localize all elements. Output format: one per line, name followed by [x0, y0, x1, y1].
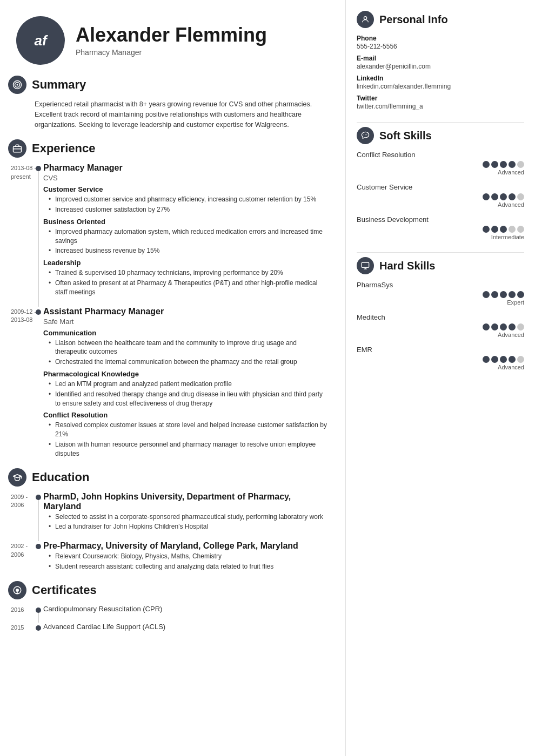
cert-item-1: 2016 Cardiopulmonary Resuscitation (CPR): [43, 605, 329, 613]
cert-item-2: 2015 Advanced Cardiac Life Support (ACLS…: [43, 623, 329, 631]
cert-name-2: Advanced Cardiac Life Support (ACLS): [43, 623, 329, 631]
monitor-icon: [361, 261, 370, 270]
bullet: Selected to assist in a corporate-sponso…: [49, 512, 329, 522]
skill-level-conflict: Advanced: [357, 169, 524, 176]
dot: [517, 193, 524, 200]
skill-dots-conflict: [357, 161, 524, 168]
exp-bullets-2-1: Liaison between the healthcare team and …: [43, 339, 329, 367]
education-icon: [8, 468, 26, 487]
timeline-dot-2: [36, 309, 41, 315]
exp-group-1-1: Customer Service: [43, 185, 329, 193]
resume-header: af Alexander Flemming Pharmacy Manager: [11, 16, 329, 65]
dot: [517, 291, 524, 298]
skill-pharmasys: PharmaSys Expert: [357, 281, 524, 306]
skill-level-meditech: Advanced: [357, 332, 524, 338]
dot: [509, 356, 516, 363]
experience-icon: [8, 139, 26, 158]
bullet: Trained & supervised 10 pharmacy technic…: [49, 268, 329, 278]
exp-group-1-3: Leadership: [43, 259, 329, 267]
soft-skills-header: Soft Skills: [357, 127, 524, 144]
bullet: Led a fundraiser for John Hopkins Childr…: [49, 522, 329, 531]
exp-bullets-2-2: Led an MTM program and analyzed patient …: [43, 380, 329, 408]
dot: [517, 226, 524, 233]
timeline-line-1: [38, 171, 39, 306]
edu-title-2: Pre-Pharmacy, University of Maryland, Co…: [43, 541, 329, 551]
skill-meditech: Meditech Advanced: [357, 313, 524, 338]
bullet: Led an MTM program and analyzed patient …: [49, 380, 329, 389]
hard-skills-icon: [357, 257, 374, 274]
svg-rect-12: [362, 262, 369, 267]
exp-group-2-1: Communication: [43, 329, 329, 337]
experience-item-1: 2013-08 -present Pharmacy Manager CVS Cu…: [43, 163, 329, 296]
skill-emr: EMR Advanced: [357, 346, 524, 370]
bullet: Improved pharmacy automation system, whi…: [49, 227, 329, 246]
svg-point-8: [364, 17, 366, 19]
bullet: Increased customer satisfaction by 27%: [49, 205, 329, 214]
summary-title: Summary: [32, 78, 86, 92]
personal-info-section: Personal Info Phone 555-212-5556 E-mail …: [357, 11, 524, 110]
hard-skills-title: Hard Skills: [379, 260, 435, 272]
dot: [483, 161, 490, 168]
exp-title-1: Pharmacy Manager: [43, 163, 329, 173]
exp-group-2-3: Conflict Resolution: [43, 411, 329, 419]
svg-point-7: [16, 589, 19, 592]
dot: [517, 356, 524, 363]
exp-bullets-1-3: Trained & supervised 10 pharmacy technic…: [43, 268, 329, 296]
personal-info-title: Personal Info: [379, 14, 448, 26]
bullet: Resolved complex customer issues at stor…: [49, 421, 329, 439]
linkedin-label: LinkedIn: [357, 75, 524, 82]
exp-group-2-2: Pharmacological Knowledge: [43, 370, 329, 378]
personal-info-icon: [357, 11, 374, 28]
dot: [509, 323, 516, 330]
person-icon: [361, 15, 370, 24]
certificate-icon: [12, 585, 22, 595]
certificates-timeline: 2016 Cardiopulmonary Resuscitation (CPR)…: [11, 605, 329, 631]
skill-dots-emr: [357, 356, 524, 363]
dot: [500, 226, 507, 233]
divider-1: [357, 122, 524, 123]
exp-bullets-2-3: Resolved complex customer issues at stor…: [43, 421, 329, 458]
personal-info-header: Personal Info: [357, 11, 524, 28]
dot: [509, 226, 516, 233]
hard-skills-section: Hard Skills PharmaSys Expert Meditech: [357, 257, 524, 370]
right-column: Personal Info Phone 555-212-5556 E-mail …: [346, 0, 535, 756]
skill-name-emr: EMR: [357, 346, 524, 354]
briefcase-icon: [12, 144, 22, 153]
dot: [500, 193, 507, 200]
email-label: E-mail: [357, 55, 524, 62]
dot: [491, 161, 498, 168]
skill-name-meditech: Meditech: [357, 313, 524, 321]
summary-text: Experienced retail pharmacist with 8+ ye…: [11, 99, 329, 130]
skill-dots-pharmasys: [357, 291, 524, 298]
skill-conflict-resolution: Conflict Resolution Advanced: [357, 151, 524, 176]
exp-org-1: CVS: [43, 174, 329, 182]
dot: [509, 161, 516, 168]
bullet: Liaison with human resource personnel an…: [49, 440, 329, 458]
experience-section: Experience 2013-08 -present Pharmacy Man…: [11, 139, 329, 458]
education-timeline: 2009 -2006 PharmD, John Hopkins Universi…: [11, 492, 329, 571]
edu-item-1: 2009 -2006 PharmD, John Hopkins Universi…: [43, 492, 329, 532]
edu-bullets-2: Relevant Coursework: Biology, Physics, M…: [43, 552, 329, 571]
exp-title-2: Assistant Pharmacy Manager: [43, 307, 329, 316]
dot: [491, 356, 498, 363]
experience-title: Experience: [32, 141, 95, 156]
personal-info-fields: Phone 555-212-5556 E-mail alexander@peni…: [357, 35, 524, 110]
summary-header: Summary: [8, 76, 329, 94]
bullet: Increased business revenue by 15%: [49, 246, 329, 255]
skill-name-pharmasys: PharmaSys: [357, 281, 524, 289]
twitter-label: Twitter: [357, 94, 524, 102]
exp-bullets-1-2: Improved pharmacy automation system, whi…: [43, 227, 329, 255]
skill-dots-customer: [357, 193, 524, 200]
education-header: Education: [8, 468, 329, 487]
target-icon: [12, 80, 22, 90]
skills-icon: [361, 131, 370, 140]
bullet: Improved customer service and pharmacy e…: [49, 195, 329, 204]
dot: [483, 291, 490, 298]
divider-2: [357, 252, 524, 253]
cert-line-1: [38, 613, 39, 623]
dot: [483, 193, 490, 200]
graduation-icon: [12, 473, 22, 482]
certificates-section: Certificates 2016 Cardiopulmonary Resusc…: [11, 581, 329, 631]
hard-skills-header: Hard Skills: [357, 257, 524, 274]
summary-icon: [8, 76, 26, 94]
